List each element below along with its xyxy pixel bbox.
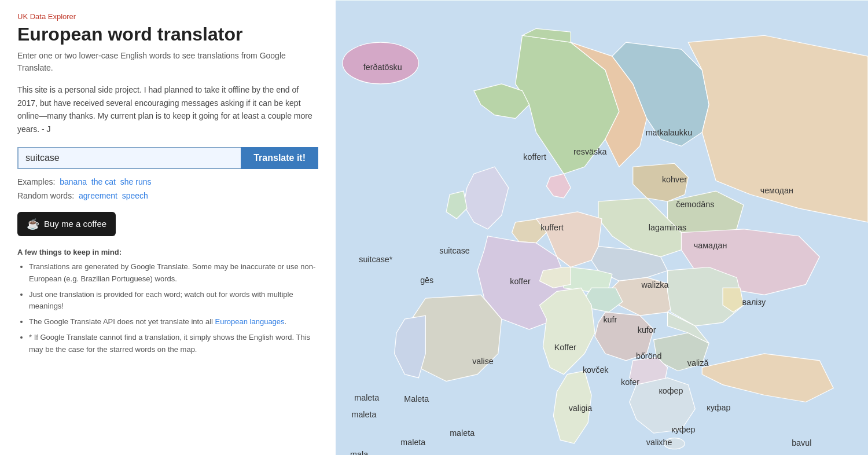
map-panel: ferðatösku matkalaukku resväska koffert … <box>336 0 868 455</box>
svg-text:matkalaukku: matkalaukku <box>646 128 692 137</box>
note-item-2: Just one translation is provided for eac… <box>29 289 318 313</box>
svg-text:чамадан: чамадан <box>694 241 727 250</box>
notes-list: Translations are generated by Google Tra… <box>17 261 318 356</box>
example-she-runs[interactable]: she runs <box>120 177 152 186</box>
svg-text:suitcase*: suitcase* <box>359 255 393 264</box>
example-the-cat[interactable]: the cat <box>91 177 116 186</box>
notes-title: A few things to keep in mind: <box>17 248 318 256</box>
svg-text:kufr: kufr <box>603 315 617 324</box>
svg-text:maleta: maleta <box>400 438 425 447</box>
coffee-icon: ☕ <box>27 218 39 230</box>
word-input[interactable] <box>17 147 241 169</box>
svg-text:maleta: maleta <box>351 410 376 419</box>
svg-text:maleta: maleta <box>450 428 475 438</box>
svg-text:resväska: resväska <box>573 147 606 156</box>
svg-text:čemodāns: čemodāns <box>676 200 714 209</box>
svg-text:kufor: kufor <box>638 325 656 335</box>
note-item-3: The Google Translate API does not yet tr… <box>29 316 318 328</box>
svg-text:maleta: maleta <box>354 393 379 402</box>
random-row: Random words: agreement speech <box>17 191 318 200</box>
svg-text:чемодан: чемодан <box>760 186 793 195</box>
european-languages-link[interactable]: European languages <box>215 317 285 326</box>
svg-text:kohver: kohver <box>662 175 687 184</box>
svg-text:ferðatösku: ferðatösku <box>363 63 402 72</box>
translate-button[interactable]: Translate it! <box>241 147 318 169</box>
svg-text:koffer: koffer <box>510 277 531 286</box>
svg-text:valise: valise <box>472 357 494 366</box>
examples-label: Examples: <box>17 177 55 186</box>
random-speech[interactable]: speech <box>122 191 148 200</box>
note-item-1: Translations are generated by Google Tra… <box>29 261 318 285</box>
description: This site is a personal side project. I … <box>17 83 318 135</box>
examples-row: Examples: banana the cat she runs <box>17 177 318 186</box>
translate-row: Translate it! <box>17 147 318 169</box>
coffee-button[interactable]: ☕ Buy me a coffee <box>17 212 116 236</box>
left-panel: UK Data Explorer European word translato… <box>0 0 336 455</box>
svg-text:валізу: валізу <box>742 298 766 307</box>
svg-text:bőrönd: bőrönd <box>636 351 662 361</box>
svg-text:valigia: valigia <box>569 403 593 413</box>
svg-text:mala: mala <box>350 450 368 455</box>
svg-text:kuffert: kuffert <box>540 223 564 232</box>
svg-text:valiză: valiză <box>687 358 709 368</box>
svg-text:lagaminas: lagaminas <box>649 223 686 232</box>
coffee-label: Buy me a coffee <box>44 219 106 229</box>
svg-text:walizka: walizka <box>641 280 669 289</box>
svg-text:куфар: куфар <box>707 403 730 412</box>
random-agreement[interactable]: agreement <box>79 191 117 200</box>
note-item-4: * If Google Translate cannot find a tran… <box>29 332 318 356</box>
svg-text:suitcase: suitcase <box>439 246 470 255</box>
svg-text:koffert: koffert <box>523 152 546 162</box>
svg-text:Maleta: Maleta <box>404 394 429 403</box>
svg-text:gēs: gēs <box>420 276 433 285</box>
subtitle: Enter one or two lower-case English word… <box>17 50 318 74</box>
svg-text:kovček: kovček <box>583 365 609 375</box>
svg-text:kofer: kofer <box>621 377 639 387</box>
site-link[interactable]: UK Data Explorer <box>17 12 76 21</box>
example-banana[interactable]: banana <box>60 177 87 186</box>
svg-text:Koffer: Koffer <box>554 343 576 352</box>
notes-section: A few things to keep in mind: Translatio… <box>17 248 318 356</box>
page-title: European word translator <box>17 23 318 45</box>
svg-text:куфер: куфер <box>671 425 695 434</box>
random-label: Random words: <box>17 191 74 200</box>
svg-text:кофер: кофер <box>659 386 683 395</box>
svg-text:bavul: bavul <box>792 438 811 447</box>
svg-text:valixhe: valixhe <box>646 438 672 447</box>
